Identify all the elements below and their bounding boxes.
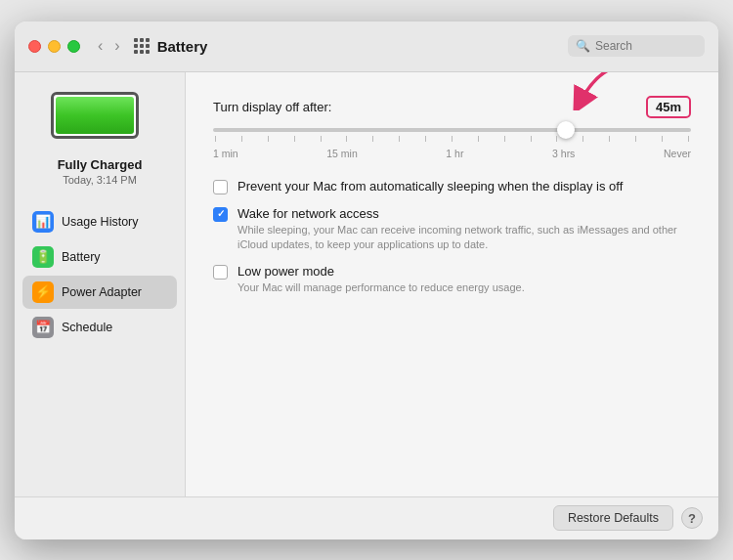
slider-header: Turn display off after: [213,96,691,118]
options-section: Prevent your Mac from automatically slee… [213,179,691,296]
device-status-name: Fully Charged [58,157,143,172]
low-power-text: Low power mode Your Mac will manage perf… [237,264,525,295]
prevent-sleep-text: Prevent your Mac from automatically slee… [237,179,623,194]
slider-ticks [213,136,691,142]
sidebar-item-label-power-adapter: Power Adapter [62,285,142,299]
device-status-time: Today, 3:14 PM [58,174,143,186]
slider-label-3hrs: 3 hrs [552,148,575,159]
grid-icon[interactable] [134,38,150,54]
sidebar-item-label-battery: Battery [62,250,101,264]
minimize-button[interactable] [48,40,61,53]
sidebar-item-label-schedule: Schedule [62,321,112,334]
option-row-low-power: Low power mode Your Mac will manage perf… [213,264,691,295]
sidebar-nav: 📊 Usage History 🔋 Battery ⚡ Power Adapte… [15,205,185,346]
search-box[interactable]: 🔍 [568,35,705,57]
battery-fill [56,97,134,134]
prevent-sleep-title: Prevent your Mac from automatically slee… [237,179,623,194]
power-adapter-icon: ⚡ [32,281,54,303]
option-row-wake-network: Wake for network access While sleeping, … [213,206,691,253]
battery-nav-icon: 🔋 [32,246,54,268]
arrow-annotation [570,72,638,114]
close-button[interactable] [28,40,41,53]
slider-track[interactable] [213,128,691,132]
sidebar-item-power-adapter[interactable]: ⚡ Power Adapter [22,276,177,309]
low-power-checkbox[interactable] [213,265,228,280]
right-panel: Turn display off after: [186,72,718,496]
search-input[interactable] [595,39,697,53]
sidebar-item-schedule[interactable]: 📅 Schedule [22,311,177,344]
slider-label-15min: 15 min [326,148,358,159]
slider-value-badge: 45m [646,96,691,118]
main-content: Fully Charged Today, 3:14 PM 📊 Usage His… [15,72,718,496]
low-power-desc: Your Mac will manage performance to redu… [237,280,525,295]
slider-label-1min: 1 min [213,148,238,159]
zoom-button[interactable] [67,40,80,53]
sidebar-item-usage-history[interactable]: 📊 Usage History [22,205,177,238]
footer: Restore Defaults ? [15,496,718,539]
sidebar-item-battery[interactable]: 🔋 Battery [22,240,177,274]
search-icon: 🔍 [576,39,590,53]
usage-history-icon: 📊 [32,211,54,233]
slider-labels: 1 min 15 min 1 hr 3 hrs Never [213,148,691,159]
wake-network-checkbox[interactable] [213,207,228,222]
wake-network-title: Wake for network access [237,206,691,221]
slider-track-wrapper[interactable] [213,128,691,142]
nav-buttons: ‹ › [94,35,124,57]
slider-section: Turn display off after: [213,96,691,159]
window-title: Battery [157,38,568,55]
prevent-sleep-checkbox[interactable] [213,180,228,194]
forward-button[interactable]: › [110,35,123,57]
help-button[interactable]: ? [681,507,703,529]
schedule-icon: 📅 [32,317,54,338]
slider-label-never: Never [664,148,691,159]
battery-icon-wrapper [51,92,149,146]
restore-defaults-button[interactable]: Restore Defaults [553,505,673,531]
sidebar-item-label-usage-history: Usage History [62,215,139,229]
slider-label: Turn display off after: [213,100,331,114]
titlebar: ‹ › Battery 🔍 [15,22,718,72]
wake-network-desc: While sleeping, your Mac can receive inc… [237,223,691,253]
option-row-prevent-sleep: Prevent your Mac from automatically slee… [213,179,691,194]
slider-label-1hr: 1 hr [446,148,463,159]
low-power-title: Low power mode [237,264,525,279]
battery-body [51,92,139,139]
back-button[interactable]: ‹ [94,35,107,57]
traffic-lights [28,40,80,53]
wake-network-text: Wake for network access While sleeping, … [237,206,691,253]
sidebar: Fully Charged Today, 3:14 PM 📊 Usage His… [15,72,186,496]
device-status: Fully Charged Today, 3:14 PM [58,157,143,186]
main-window: ‹ › Battery 🔍 [15,22,718,539]
